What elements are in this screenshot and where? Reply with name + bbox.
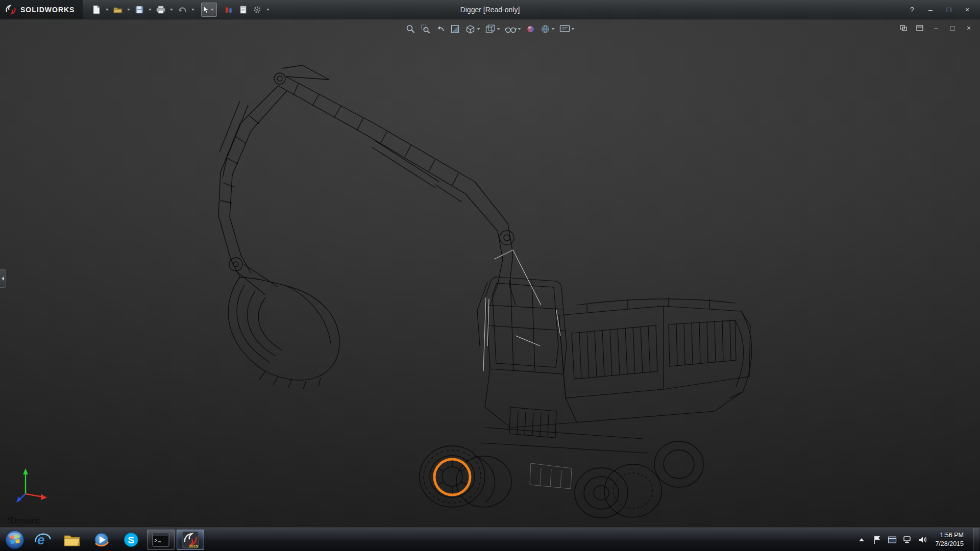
taskbar-internet-explorer[interactable]: e [29,530,56,550]
view-settings-icon [559,24,571,34]
clock-time: 1:56 PM [935,531,964,540]
restore-pane-icon [916,25,923,31]
display-style-button[interactable] [483,22,502,36]
display-style-icon [485,24,496,34]
close-button[interactable]: × [962,5,973,15]
new-dropdown-arrow[interactable] [106,9,109,11]
previous-view-button[interactable] [434,22,447,36]
select-cursor-icon [203,6,209,14]
hide-show-dropdown-arrow[interactable] [518,28,521,30]
tile-window-button[interactable] [898,23,909,33]
file-properties-icon [239,6,247,14]
feature-manager-collapsed-tab[interactable] [0,269,6,288]
view-settings-dropdown-arrow[interactable] [572,28,575,30]
save-button[interactable] [133,3,146,17]
taskbar-command-window[interactable] [147,530,175,550]
open-button[interactable] [111,3,125,17]
system-tray: 1:56 PM 7/28/2015 [856,528,980,551]
solidworks-logo-icon [5,4,16,15]
print-button[interactable] [154,3,167,17]
media-player-icon [93,531,110,548]
file-properties-button[interactable] [236,3,250,17]
help-button[interactable]: ? [906,5,918,15]
solidworks-year-badge: 2015 [189,544,198,548]
print-dropdown-arrow[interactable] [170,9,173,11]
undo-icon [178,6,187,14]
skype-glyph: S [128,535,135,545]
view-orientation-cube-icon [465,24,476,34]
network-status-button[interactable] [902,535,913,545]
view-orientation-button[interactable] [463,22,482,36]
apply-scene-button[interactable] [539,22,556,36]
save-dropdown-arrow[interactable] [149,9,152,11]
hide-show-items-button[interactable] [503,22,523,36]
doc-restore-button[interactable]: □ [947,23,958,33]
windows-start-orb-icon [5,530,25,550]
taskbar-solidworks[interactable]: 2015 [177,530,204,550]
solidworks-logo: SOLIDWORKS [0,0,83,19]
expand-panel-arrow-icon [2,277,4,281]
clock-date: 7/28/2015 [935,540,964,548]
hide-show-glasses-icon [505,24,517,34]
app-titlebar: SOLIDWORKS [0,0,980,19]
edit-appearance-button[interactable] [524,22,537,36]
solidworks-app-icon: 2015 [181,531,200,549]
taskbar-skype[interactable]: S [117,530,145,550]
select-tool-button[interactable] [201,3,217,17]
3d-viewport[interactable]: – □ × [0,19,980,528]
add-ins-button[interactable] [222,3,235,17]
tray-app-window-icon [888,536,897,544]
print-icon [156,6,165,14]
new-document-button[interactable] [90,3,103,17]
open-folder-icon [113,6,122,14]
zoom-to-fit-button[interactable] [404,22,418,36]
internet-explorer-icon: e [34,531,51,548]
tray-app-window-button[interactable] [887,535,897,545]
section-view-icon [450,24,460,34]
display-style-dropdown-arrow[interactable] [497,28,500,30]
window-controls: ? – □ × [906,5,980,15]
open-dropdown-arrow[interactable] [127,9,130,11]
options-gear-icon [253,6,261,14]
windows-taskbar: e [0,528,980,551]
doc-minimize-button[interactable]: – [931,23,941,33]
action-center-button[interactable] [872,535,882,545]
undo-dropdown-arrow[interactable] [191,9,194,11]
taskbar-media-player[interactable] [88,530,115,550]
previous-view-icon [435,24,446,34]
maximize-button[interactable]: □ [943,5,954,15]
command-window-icon [152,533,169,547]
orientation-triad [14,464,51,505]
taskbar-windows-explorer[interactable] [58,530,86,550]
doc-close-button[interactable]: × [964,23,974,33]
view-orientation-dropdown-arrow[interactable] [477,28,480,30]
new-document-icon [92,5,101,14]
restore-pane-button[interactable] [915,23,925,33]
taskbar-clock[interactable]: 1:56 PM 7/28/2015 [933,531,968,548]
tile-window-icon [900,25,907,31]
options-dropdown-arrow[interactable] [266,9,270,11]
options-button[interactable] [251,3,264,17]
network-icon [903,536,912,544]
view-settings-button[interactable] [558,22,576,36]
edit-appearance-ball-icon [526,24,536,34]
select-dropdown-arrow[interactable] [211,9,214,11]
minimize-button[interactable]: – [925,5,936,15]
show-desktop-button[interactable] [973,528,979,551]
volume-button[interactable] [918,535,928,545]
folder-icon [63,533,81,547]
zoom-to-area-button[interactable] [419,22,432,36]
tray-show-hidden-icons-button[interactable] [856,535,867,545]
undo-button[interactable] [176,3,189,17]
view-orientation-label: *Dimetric [7,516,40,525]
apply-scene-globe-icon [541,24,551,34]
excavator-wireframe-model [0,19,980,528]
standard-toolbar [90,3,271,17]
zoom-to-fit-icon [406,24,416,34]
section-view-button[interactable] [449,22,462,36]
start-button[interactable] [2,529,28,551]
save-floppy-icon [135,6,143,14]
zoom-to-area-icon [421,24,431,34]
apply-scene-dropdown-arrow[interactable] [552,28,555,30]
speaker-icon [918,536,927,544]
